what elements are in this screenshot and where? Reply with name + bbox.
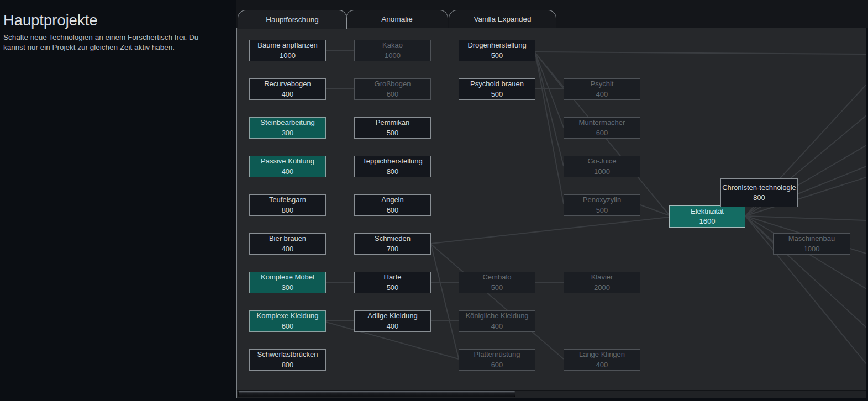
node-cost: 300 <box>282 283 294 293</box>
node-label: Maschinenbau <box>788 234 835 244</box>
node-label: Angeln <box>381 195 403 205</box>
node-cost: 800 <box>387 167 399 177</box>
node-cost: 500 <box>596 205 608 215</box>
node-label: Plattenrüstung <box>474 350 520 360</box>
research-node-steinbearbeitung[interactable]: Steinbearbeitung300 <box>249 117 326 139</box>
research-node-gro-bogen[interactable]: Großbogen600 <box>354 78 431 100</box>
research-node-maschinenbau[interactable]: Maschinenbau1000 <box>773 233 850 255</box>
node-label: Großbogen <box>375 79 411 89</box>
node-cost: 400 <box>282 167 294 177</box>
node-cost: 400 <box>596 89 608 99</box>
node-cost: 500 <box>491 283 503 293</box>
node-label: Bäume anpflanzen <box>257 40 317 50</box>
research-node-klavier[interactable]: Klavier2000 <box>564 272 640 293</box>
research-node-lange-klingen[interactable]: Lange Klingen400 <box>564 349 640 371</box>
research-node-harfe[interactable]: Harfe500 <box>354 272 431 293</box>
research-node-teppichherstellung[interactable]: Teppichherstellung800 <box>354 156 431 177</box>
research-node-angeln[interactable]: Angeln600 <box>354 194 431 216</box>
node-label: Bier brauen <box>269 234 306 244</box>
node-cost: 400 <box>282 89 294 99</box>
node-cost: 1000 <box>280 51 296 61</box>
research-node-plattenr-stung[interactable]: Plattenrüstung600 <box>459 349 535 371</box>
research-node-k-nigliche-kleidung[interactable]: Königliche Kleidung400 <box>459 310 535 332</box>
node-cost: 500 <box>387 128 399 138</box>
node-cost: 600 <box>387 89 399 99</box>
node-cost: 600 <box>282 321 294 331</box>
node-label: Cembalo <box>482 272 511 282</box>
research-node-kakao[interactable]: Kakao1000 <box>354 40 431 61</box>
node-label: Chronisten-technologie <box>722 183 796 193</box>
research-node-komplexe-m-bel[interactable]: Komplexe Möbel300 <box>249 272 326 293</box>
node-label: Drogenherstellung <box>467 40 526 50</box>
node-label: Steinbearbeitung <box>260 118 314 128</box>
research-node-teufelsgarn[interactable]: Teufelsgarn800 <box>249 194 326 216</box>
node-cost: 700 <box>387 244 399 254</box>
node-label: Komplexe Möbel <box>261 272 314 282</box>
node-cost: 300 <box>282 128 294 138</box>
node-cost: 500 <box>387 283 399 293</box>
research-node-bier-brauen[interactable]: Bier brauen400 <box>249 233 326 255</box>
horizontal-scrollbar-thumb[interactable] <box>238 391 515 397</box>
node-cost: 1000 <box>594 167 610 177</box>
research-node-cembalo[interactable]: Cembalo500 <box>459 272 535 293</box>
tab-vanilla-expanded[interactable]: Vanilla Expanded <box>449 10 556 28</box>
research-node-recurvebogen[interactable]: Recurvebogen400 <box>249 78 326 100</box>
node-label: Penoxyzylin <box>583 195 621 205</box>
node-label: Psychoid brauen <box>470 79 524 89</box>
research-node-elektrizit-t[interactable]: Elektrizität1600 <box>669 205 745 228</box>
page-title: Hauptprojekte <box>3 12 232 29</box>
node-cost: 1600 <box>699 217 716 226</box>
research-tree: Bäume anpflanzen1000Recurvebogen400Stein… <box>237 28 866 398</box>
research-node-passive-k-hlung[interactable]: Passive Kühlung400 <box>249 156 326 177</box>
node-label: Teppichherstellung <box>362 156 422 166</box>
page-description: Schalte neue Technologien an einem Forsc… <box>3 33 222 52</box>
node-cost: 400 <box>596 360 608 370</box>
node-label: Königliche Kleidung <box>465 311 528 321</box>
research-node-schwerlastbr-cken[interactable]: Schwerlastbrücken800 <box>249 349 326 371</box>
horizontal-scrollbar-track[interactable] <box>237 390 866 398</box>
research-node-go-juice[interactable]: Go-Juice1000 <box>564 156 640 177</box>
tree-connections <box>237 28 866 398</box>
research-node-schmieden[interactable]: Schmieden700 <box>354 233 431 255</box>
node-cost: 500 <box>491 51 503 61</box>
node-cost: 600 <box>387 205 399 215</box>
node-label: Schmieden <box>375 234 411 244</box>
research-node-penoxyzylin[interactable]: Penoxyzylin500 <box>564 194 640 216</box>
research-node-komplexe-kleidung[interactable]: Komplexe Kleidung600 <box>249 310 326 332</box>
node-label: Komplexe Kleidung <box>256 311 318 321</box>
node-label: Schwerlastbrücken <box>257 350 318 360</box>
sidebar: Hauptprojekte Schalte neue Technologien … <box>0 0 236 401</box>
node-label: Pemmikan <box>376 118 409 128</box>
node-cost: 1000 <box>804 244 820 254</box>
research-node-drogenherstellung[interactable]: Drogenherstellung500 <box>459 40 535 61</box>
tab-hauptforschung[interactable]: Hauptforschung <box>238 10 347 29</box>
research-node-adlige-kleidung[interactable]: Adlige Kleidung400 <box>354 310 431 332</box>
node-cost: 600 <box>596 128 608 138</box>
node-cost: 400 <box>387 321 399 331</box>
research-node-muntermacher[interactable]: Muntermacher600 <box>564 117 640 139</box>
node-cost: 500 <box>491 89 503 99</box>
node-label: Passive Kühlung <box>261 156 314 166</box>
research-node-psychoid-brauen[interactable]: Psychoid brauen500 <box>459 78 535 100</box>
node-label: Psychit <box>591 79 614 89</box>
node-label: Teufelsgarn <box>269 195 306 205</box>
node-cost: 800 <box>282 205 294 215</box>
node-label: Muntermacher <box>579 118 625 128</box>
node-cost: 400 <box>491 321 503 331</box>
tab-anomalie[interactable]: Anomalie <box>346 10 448 28</box>
node-label: Klavier <box>591 272 613 282</box>
node-label: Recurvebogen <box>264 79 311 89</box>
node-label: Go-Juice <box>587 156 616 166</box>
research-node-psychit[interactable]: Psychit400 <box>564 78 640 100</box>
node-cost: 400 <box>282 244 294 254</box>
node-cost: 600 <box>491 360 503 370</box>
node-cost: 800 <box>753 193 765 203</box>
node-cost: 2000 <box>594 283 610 293</box>
research-node-pemmikan[interactable]: Pemmikan500 <box>354 117 431 139</box>
research-node-chronisten-technologie[interactable]: Chronisten-technologie800 <box>720 178 798 207</box>
node-label: Adlige Kleidung <box>367 311 417 321</box>
research-node-b-ume-anpflanzen[interactable]: Bäume anpflanzen1000 <box>249 40 326 61</box>
node-label: Kakao <box>382 40 403 50</box>
node-label: Harfe <box>384 272 402 282</box>
node-cost: 1000 <box>385 51 401 61</box>
